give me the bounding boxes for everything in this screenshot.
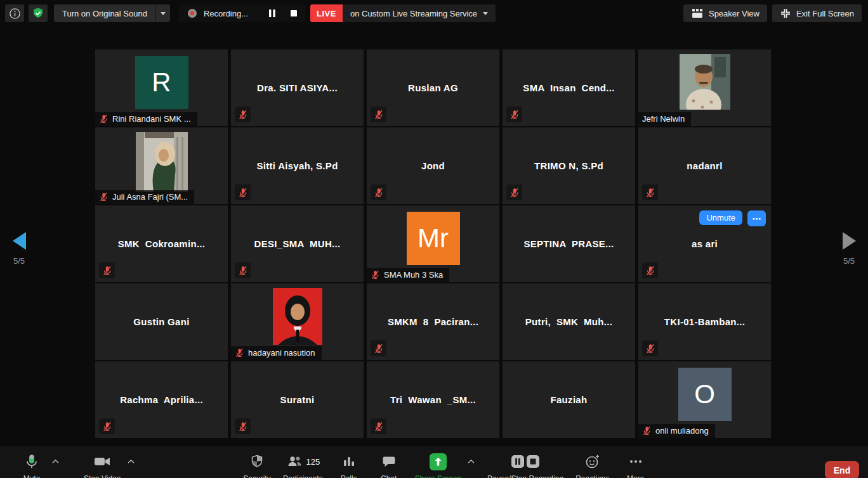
participant-tile[interactable]: Fauziah (503, 361, 635, 438)
muted-indicator (642, 184, 658, 200)
info-icon (9, 8, 21, 20)
participant-photo (680, 54, 730, 110)
muted-indicator (642, 262, 658, 278)
participants-icon (286, 454, 303, 469)
toolbar-security[interactable]: Security (243, 453, 271, 478)
meeting-top-bar: Turn on Original Sound Recording... LIVE… (0, 0, 868, 27)
live-badge: LIVE (310, 4, 343, 22)
participant-tile[interactable]: Jefri Nelwin (638, 49, 771, 126)
toolbar-chat[interactable]: Chat (375, 453, 403, 478)
participant-tile[interactable]: hadayani nasution (231, 283, 364, 360)
participant-tile[interactable]: Gustin Gani (95, 283, 228, 360)
end-meeting-button[interactable]: End (825, 461, 859, 478)
toolbar-record-controls[interactable]: Pause/Stop Recording (487, 453, 563, 478)
meeting-info-button[interactable] (5, 4, 24, 22)
participant-avatar (273, 288, 322, 345)
participants-count-badge: 125 (306, 457, 320, 467)
participant-name: SMA Insan Cend... (503, 49, 635, 126)
toolbar-stop-video[interactable]: Stop Video (84, 453, 121, 478)
participant-avatar: R (135, 56, 188, 109)
next-page-arrow-icon (843, 232, 856, 250)
muted-mic-icon (371, 270, 380, 280)
encryption-shield-button[interactable] (29, 4, 48, 22)
participant-tile[interactable]: Oonli muliadong (638, 361, 771, 438)
muted-indicator (99, 418, 115, 434)
participant-tile[interactable]: TRIMO N, S.Pd (503, 127, 635, 204)
page-indicator: 5/5 (835, 256, 863, 266)
toolbar-mute-chevron[interactable] (51, 459, 60, 464)
participant-tile[interactable]: SMK Cokroamin... (95, 205, 228, 282)
participant-name: DESI_SMA MUH... (231, 205, 364, 282)
camera-icon (93, 454, 112, 469)
participant-name: nadanrl (638, 127, 771, 204)
toolbar-stop-video-chevron[interactable] (127, 459, 135, 464)
video-grid: RRini Riandani SMK ...Dra. SITI ASIYA...… (95, 49, 771, 438)
muted-indicator (371, 107, 386, 122)
stop-recording-icon[interactable] (290, 10, 298, 17)
unmute-button[interactable]: Unmute (699, 210, 742, 225)
original-sound-button[interactable]: Turn on Original Sound (54, 4, 155, 22)
participant-name-chip: onli muliadong (638, 424, 715, 438)
participant-tile[interactable]: SMA Insan Cend... (503, 49, 635, 126)
participant-tile[interactable]: SEPTINA PRASE... (503, 205, 635, 282)
participant-tile[interactable]: Sitti Aisyah, S.Pd (231, 127, 364, 204)
participant-tile[interactable]: Tri Wawan _SM... (367, 361, 499, 438)
participant-name: Rachma Aprilia... (95, 361, 228, 438)
participant-tile[interactable]: Dra. SITI ASIYA... (231, 49, 364, 126)
participant-photo (136, 132, 188, 191)
previous-page-button[interactable]: 5/5 (5, 232, 33, 266)
participant-tile[interactable]: SMKM 8 Paciran... (367, 283, 499, 360)
participant-tile[interactable]: Jond (367, 127, 499, 204)
participant-tile[interactable]: as ariUnmute⋯ (638, 205, 771, 282)
toolbar-share-screen[interactable]: Share Screen (415, 453, 461, 478)
participant-name-chip: hadayani nasution (231, 346, 322, 360)
participant-name-chip: Juli Asna Fajri (SM... (95, 190, 194, 204)
toolbar-participants-label: Participants (283, 474, 323, 478)
muted-indicator (506, 184, 522, 200)
recording-label: Recording... (204, 9, 248, 18)
participant-name: Dra. SITI ASIYA... (231, 49, 364, 126)
participant-tile[interactable]: Rachma Aprilia... (95, 361, 228, 438)
participant-tile[interactable]: Ruslan AG (367, 49, 499, 126)
toolbar-reactions[interactable]: Reactions (575, 453, 609, 478)
participant-tile[interactable]: Juli Asna Fajri (SM... (95, 127, 228, 204)
chevron-up-icon (127, 459, 135, 464)
live-service-dropdown[interactable]: on Custom Live Streaming Service (343, 4, 496, 22)
participant-name: hadayani nasution (248, 348, 315, 358)
exit-full-screen-button[interactable]: Exit Full Screen (772, 4, 862, 22)
toolbar-more[interactable]: More (622, 453, 650, 478)
participant-tile[interactable]: MrSMA Muh 3 Ska (367, 205, 499, 282)
participant-tile[interactable]: Putri, SMK Muh... (503, 283, 635, 360)
reactions-icon (584, 453, 601, 470)
participant-tile[interactable]: Suratni (231, 361, 364, 438)
participant-tile[interactable]: TKI-01-Bamban... (638, 283, 771, 360)
next-page-button[interactable]: 5/5 (835, 232, 863, 266)
toolbar-polls[interactable]: Polls (335, 453, 363, 478)
speaker-view-button[interactable]: Speaker View (683, 4, 767, 22)
toolbar-share-screen-chevron[interactable] (467, 459, 475, 464)
participant-more-button[interactable]: ⋯ (747, 210, 766, 226)
participant-tile[interactable]: DESI_SMA MUH... (231, 205, 364, 282)
toolbar-left-cluster: MuteStop Video (18, 453, 159, 478)
exit-full-screen-label: Exit Full Screen (796, 9, 854, 18)
toolbar-mute[interactable]: Mute (18, 453, 46, 478)
exit-full-screen-icon (780, 8, 791, 19)
muted-mic-icon (238, 266, 248, 276)
toolbar-reactions-label: Reactions (575, 474, 609, 478)
toolbar-mute-label: Mute (23, 474, 41, 478)
toolbar-chat-label: Chat (381, 474, 397, 478)
zoom-meeting-window: Turn on Original Sound Recording... LIVE… (0, 0, 868, 478)
participant-avatar: O (678, 368, 732, 421)
participant-tile[interactable]: nadanrl (638, 127, 771, 204)
pause-recording-icon[interactable] (268, 9, 276, 18)
microphone-icon (23, 453, 40, 470)
muted-indicator (235, 107, 251, 122)
participant-tile[interactable]: RRini Riandani SMK ... (95, 49, 228, 126)
muted-mic-icon (645, 266, 655, 276)
recording-indicator: Recording... (179, 4, 305, 22)
muted-indicator (371, 418, 386, 434)
original-sound-dropdown[interactable] (155, 4, 170, 22)
toolbar-participants[interactable]: 125Participants (283, 453, 323, 478)
participant-avatar (136, 132, 188, 191)
muted-mic-icon (238, 110, 248, 120)
